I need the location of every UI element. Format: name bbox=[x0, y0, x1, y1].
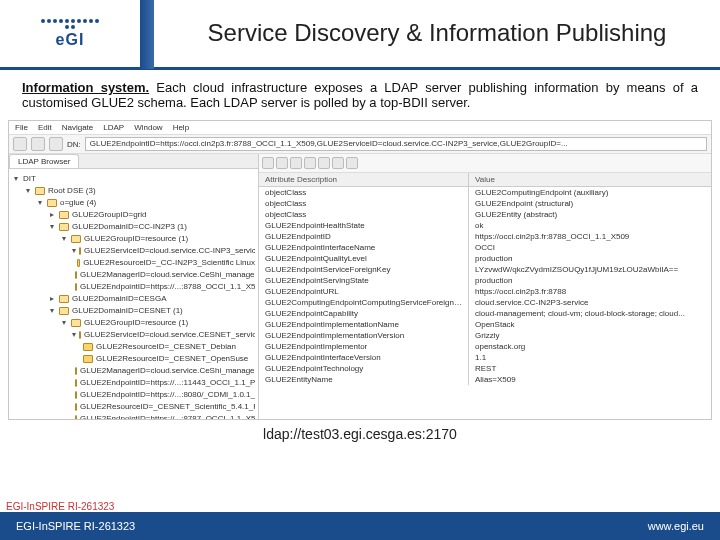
twisty-icon[interactable]: ▾ bbox=[48, 221, 56, 233]
attr-row[interactable]: GLUE2EndpointServiceForeignKeyLYzvwdW/qk… bbox=[259, 264, 711, 275]
fwd-button[interactable] bbox=[31, 137, 45, 151]
twisty-icon[interactable]: ▾ bbox=[60, 233, 68, 245]
attributes-pane: Attribute Description Value objectClassG… bbox=[259, 154, 711, 419]
tree-root[interactable]: ▾DIT bbox=[12, 173, 255, 185]
tree-item[interactable]: ▾GLUE2GroupID=resource (1) bbox=[60, 317, 255, 329]
col-value[interactable]: Value bbox=[469, 173, 711, 186]
attr-row[interactable]: GLUE2EndpointImplementationNameOpenStack bbox=[259, 319, 711, 330]
stop-button[interactable] bbox=[49, 137, 63, 151]
tree-item-label: GLUE2EndpointID=https://...:8080/_CDMI_1… bbox=[80, 389, 255, 401]
tree-item[interactable]: ▾GLUE2ServiceID=cloud.service.CESNET_ser… bbox=[72, 329, 255, 341]
menu-window[interactable]: Window bbox=[134, 123, 162, 132]
attr-row[interactable]: GLUE2EndpointInterfaceNameOCCI bbox=[259, 242, 711, 253]
twisty-icon[interactable]: ▾ bbox=[60, 317, 68, 329]
attr-row[interactable]: GLUE2EndpointImplementationVersionGrizzl… bbox=[259, 330, 711, 341]
tree-item[interactable]: GLUE2ResourceID=_CC-IN2P3_Scientific Lin… bbox=[72, 257, 255, 269]
menu-help[interactable]: Help bbox=[173, 123, 189, 132]
tree-item-label: GLUE2ResourceID=_CC-IN2P3_Scientific Lin… bbox=[83, 257, 255, 269]
attr-row[interactable]: GLUE2EndpointCapabilitycloud-management;… bbox=[259, 308, 711, 319]
attr-row[interactable]: objectClassGLUE2Entity (abstract) bbox=[259, 209, 711, 220]
tool-btn[interactable] bbox=[332, 157, 344, 169]
twisty-icon[interactable]: ▸ bbox=[48, 209, 56, 221]
tree-item[interactable]: GLUE2ResourceID=_CESNET_Debian bbox=[72, 341, 255, 353]
footer-left: EGI-InSPIRE RI-261323 bbox=[16, 520, 135, 532]
tree-item[interactable]: GLUE2EndpointID=https://...:8788_OCCI_1.… bbox=[72, 281, 255, 293]
ldap-uri-caption: ldap://test03.egi.cesga.es:2170 bbox=[0, 426, 720, 442]
tool-btn[interactable] bbox=[304, 157, 316, 169]
attr-row[interactable]: GLUE2EntityNameAlias=X509 bbox=[259, 374, 711, 385]
attr-row[interactable]: GLUE2EndpointURLhttps://occi.cin2p3.fr:8… bbox=[259, 286, 711, 297]
tree-item-label: GLUE2ManagerID=cloud.service.CeShi_manag… bbox=[80, 269, 255, 281]
tree-pane: LDAP Browser ▾DIT ▾Root DSE (3)▾o=glue (… bbox=[9, 154, 259, 419]
attr-row[interactable]: GLUE2EndpointInterfaceVersion1.1 bbox=[259, 352, 711, 363]
tree-item[interactable]: ▸GLUE2DomainID=CESGA bbox=[48, 293, 255, 305]
menu-edit[interactable]: Edit bbox=[38, 123, 52, 132]
folder-icon bbox=[59, 295, 69, 303]
tree-item-label: GLUE2ResourceID=_CESNET_OpenSuse bbox=[96, 353, 248, 365]
attr-value: Grizzly bbox=[469, 330, 711, 341]
tree-item[interactable]: GLUE2EndpointID=https://...:8080/_CDMI_1… bbox=[72, 389, 255, 401]
folder-icon bbox=[79, 331, 81, 339]
tool-btn[interactable] bbox=[346, 157, 358, 169]
tree-item[interactable]: ▾GLUE2GroupID=resource (1) bbox=[60, 233, 255, 245]
dn-field[interactable]: GLUE2EndpointID=https://occi.cin2p3.fr:8… bbox=[85, 137, 707, 151]
tool-btn[interactable] bbox=[276, 157, 288, 169]
twisty-icon[interactable]: ▾ bbox=[72, 245, 76, 257]
egi-logo: eGI bbox=[0, 0, 140, 69]
twisty-icon[interactable]: ▾ bbox=[24, 185, 32, 197]
ldap-browser-window: File Edit Navigate LDAP Window Help DN: … bbox=[8, 120, 712, 420]
col-attribute[interactable]: Attribute Description bbox=[259, 173, 469, 186]
back-button[interactable] bbox=[13, 137, 27, 151]
tree-item[interactable]: ▾Root DSE (3) bbox=[24, 185, 255, 197]
attr-row[interactable]: GLUE2EndpointServingStateproduction bbox=[259, 275, 711, 286]
attr-value: cloud.service.CC-IN2P3-service bbox=[469, 297, 711, 308]
tree-item-label: GLUE2ResourceID=_CESNET_Debian bbox=[96, 341, 236, 353]
tree-item[interactable]: ▾GLUE2ServiceID=cloud.service.CC-INP3_se… bbox=[72, 245, 255, 257]
attr-name: GLUE2EntityName bbox=[259, 374, 469, 385]
folder-icon bbox=[59, 307, 69, 315]
folder-icon bbox=[75, 391, 77, 399]
attr-value: production bbox=[469, 253, 711, 264]
tree-item[interactable]: GLUE2ManagerID=cloud.service.CeShi_manag… bbox=[72, 365, 255, 377]
tool-btn[interactable] bbox=[290, 157, 302, 169]
menu-file[interactable]: File bbox=[15, 123, 28, 132]
twisty-icon[interactable]: ▾ bbox=[12, 173, 20, 185]
attr-name: GLUE2EndpointTechnology bbox=[259, 363, 469, 374]
tree-item[interactable]: GLUE2ResourceID=_CESNET_Scientific_5.4.1… bbox=[72, 401, 255, 413]
tree-item[interactable]: ▾GLUE2DomainID=CESNET (1) bbox=[48, 305, 255, 317]
attr-row[interactable]: GLUE2EndpointImplementoropenstack.org bbox=[259, 341, 711, 352]
folder-icon bbox=[83, 343, 93, 351]
attr-row[interactable]: GLUE2EndpointHealthStateok bbox=[259, 220, 711, 231]
folder-icon bbox=[79, 247, 81, 255]
slide-header: eGI Service Discovery & Information Publ… bbox=[0, 0, 720, 70]
tree-item[interactable]: ▾o=glue (4) bbox=[36, 197, 255, 209]
tool-btn[interactable] bbox=[318, 157, 330, 169]
attr-row[interactable]: objectClassGLUE2ComputingEndpoint (auxil… bbox=[259, 187, 711, 198]
attr-row[interactable]: GLUE2EndpointIDhttps://occi.cin2p3.fr:87… bbox=[259, 231, 711, 242]
twisty-icon[interactable]: ▾ bbox=[36, 197, 44, 209]
twisty-icon[interactable]: ▸ bbox=[48, 293, 56, 305]
attr-value: GLUE2Entity (abstract) bbox=[469, 209, 711, 220]
tree-item-label: GLUE2EndpointID=https://...:11443_OCCI_1… bbox=[80, 377, 255, 389]
tree-item[interactable]: GLUE2ManagerID=cloud.service.CeShi_manag… bbox=[72, 269, 255, 281]
tree-item[interactable]: ▸GLUE2GroupID=grid bbox=[48, 209, 255, 221]
project-ref: EGI-InSPIRE RI-261323 bbox=[6, 501, 114, 512]
tree-item[interactable]: GLUE2EndpointID=https://...:11443_OCCI_1… bbox=[72, 377, 255, 389]
tree-item[interactable]: ▾GLUE2DomainID=CC-IN2P3 (1) bbox=[48, 221, 255, 233]
attr-name: GLUE2EndpointHealthState bbox=[259, 220, 469, 231]
attr-row[interactable]: objectClassGLUE2Endpoint (structural) bbox=[259, 198, 711, 209]
tree-item[interactable]: GLUE2ResourceID=_CESNET_OpenSuse bbox=[72, 353, 255, 365]
attr-row[interactable]: GLUE2EndpointTechnologyREST bbox=[259, 363, 711, 374]
attr-row[interactable]: GLUE2ComputingEndpointComputingServiceFo… bbox=[259, 297, 711, 308]
tool-btn[interactable] bbox=[262, 157, 274, 169]
attr-value: GLUE2ComputingEndpoint (auxiliary) bbox=[469, 187, 711, 198]
menu-navigate[interactable]: Navigate bbox=[62, 123, 94, 132]
tree-item[interactable]: GLUE2EndpointID=https://...:8787_OCCI_1.… bbox=[72, 413, 255, 419]
twisty-icon[interactable]: ▾ bbox=[48, 305, 56, 317]
attr-row[interactable]: GLUE2EndpointQualityLevelproduction bbox=[259, 253, 711, 264]
header-accent bbox=[140, 0, 154, 69]
attr-name: GLUE2EndpointQualityLevel bbox=[259, 253, 469, 264]
twisty-icon[interactable]: ▾ bbox=[72, 329, 76, 341]
menu-ldap[interactable]: LDAP bbox=[103, 123, 124, 132]
tab-ldap-browser[interactable]: LDAP Browser bbox=[9, 154, 79, 168]
